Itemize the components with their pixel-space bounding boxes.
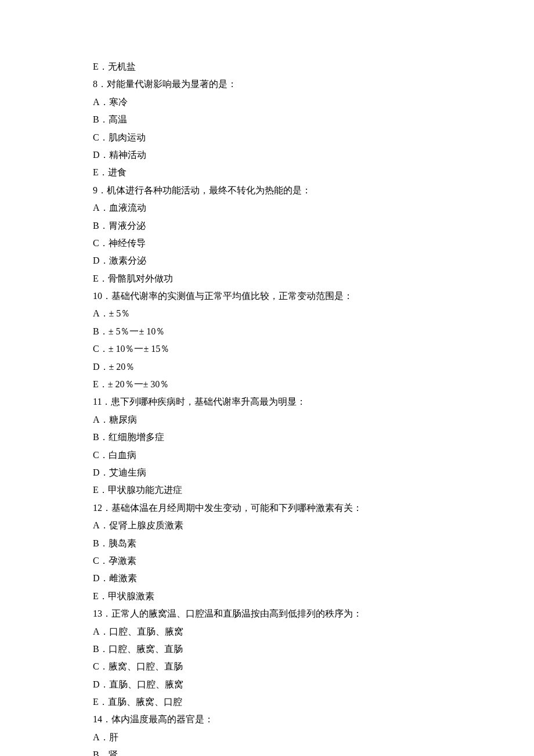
option-13-a: A．口腔、直肠、腋窝 xyxy=(93,623,441,640)
option-14-a: A．肝 xyxy=(93,729,441,746)
option-9-e: E．骨骼肌对外做功 xyxy=(93,270,441,287)
option-8-a: A．寒冷 xyxy=(93,93,441,111)
question-11-stem: 11．患下列哪种疾病时，基础代谢率升高最为明显： xyxy=(93,393,441,411)
option-9-d: D．激素分泌 xyxy=(93,252,441,269)
option-12-a: A．促肾上腺皮质激素 xyxy=(93,517,441,534)
option-11-a: A．糖尿病 xyxy=(93,411,441,429)
option-13-d: D．直肠、口腔、腋窝 xyxy=(93,676,441,693)
option-13-c: C．腋窝、口腔、直肠 xyxy=(93,658,441,675)
option-11-c: C．白血病 xyxy=(93,447,441,464)
option-9-c: C．神经传导 xyxy=(93,235,441,252)
question-13-stem: 13．正常人的腋窝温、口腔温和直肠温按由高到低排列的秩序为： xyxy=(93,605,441,622)
option-10-e: E．± 20％一± 30％ xyxy=(93,376,441,393)
question-8-stem: 8．对能量代谢影响最为显著的是： xyxy=(93,75,441,93)
option-11-d: D．艾迪生病 xyxy=(93,464,441,481)
option-12-e: E．甲状腺激素 xyxy=(93,588,441,605)
option-10-d: D．± 20％ xyxy=(93,358,441,376)
option-12-d: D．雌激素 xyxy=(93,570,441,587)
option-14-b: B．肾 xyxy=(93,746,441,756)
option-8-c: C．肌肉运动 xyxy=(93,129,441,146)
question-10-stem: 10．基础代谢率的实测值与正常平均值比较，正常变动范围是： xyxy=(93,287,441,305)
option-8-e: E．进食 xyxy=(93,164,441,181)
option-12-b: B．胰岛素 xyxy=(93,535,441,552)
option-9-a: A．血液流动 xyxy=(93,199,441,217)
option-10-c: C．± 10％一± 15％ xyxy=(93,340,441,358)
option-9-b: B．胃液分泌 xyxy=(93,217,441,235)
question-9-stem: 9．机体进行各种功能活动，最终不转化为热能的是： xyxy=(93,182,441,199)
option-13-b: B．口腔、腋窝、直肠 xyxy=(93,640,441,658)
question-12-stem: 12．基础体温在月经周期中发生变动，可能和下列哪种激素有关： xyxy=(93,499,441,517)
option-11-e: E．甲状腺功能亢进症 xyxy=(93,481,441,499)
option-13-e: E．直肠、腋窝、口腔 xyxy=(93,693,441,711)
option-10-b: B．± 5％一± 10％ xyxy=(93,323,441,340)
option-7-e: E．无机盐 xyxy=(93,58,441,75)
option-12-c: C．孕激素 xyxy=(93,552,441,570)
question-14-stem: 14．体内温度最高的器官是： xyxy=(93,711,441,728)
document-page: E．无机盐 8．对能量代谢影响最为显著的是： A．寒冷 B．高温 C．肌肉运动 … xyxy=(0,0,534,756)
option-10-a: A．± 5％ xyxy=(93,305,441,322)
option-8-b: B．高温 xyxy=(93,111,441,128)
option-11-b: B．红细胞增多症 xyxy=(93,429,441,446)
option-8-d: D．精神活动 xyxy=(93,146,441,164)
